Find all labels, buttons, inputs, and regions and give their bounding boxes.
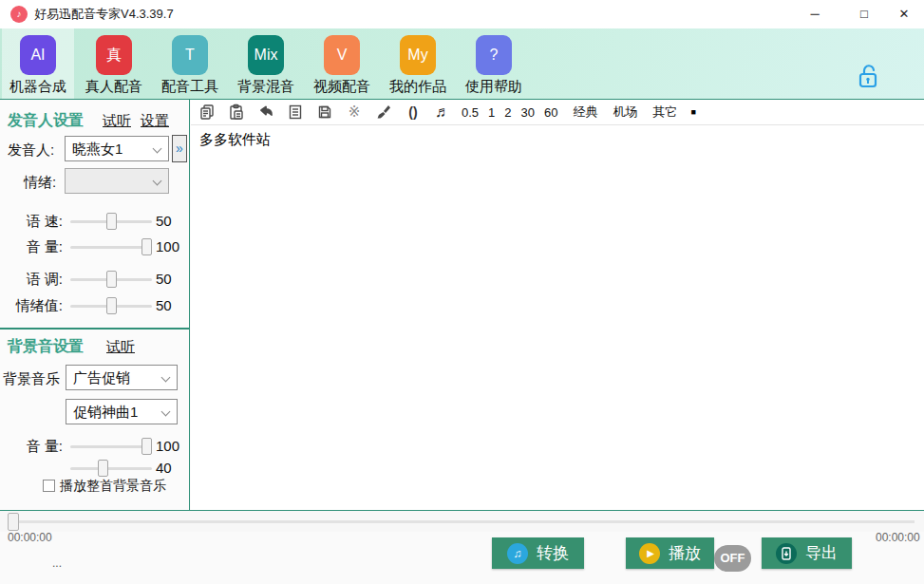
paste-icon[interactable]: [227, 103, 246, 122]
nav-item-machine-synthesis[interactable]: AI 机器合成: [2, 28, 74, 99]
nav-label: 真人配音: [78, 78, 150, 96]
nav-item-my-works[interactable]: My 我的作品: [382, 28, 454, 99]
save-icon[interactable]: [315, 103, 334, 122]
my-works-icon: My: [400, 35, 436, 75]
real-voice-icon: 真: [96, 35, 132, 75]
help-icon: ?: [476, 35, 512, 75]
leaf-decoration: [738, 89, 784, 100]
voice-select[interactable]: 晓燕女1: [65, 136, 169, 161]
bgm-category-select[interactable]: 广告促销: [66, 365, 178, 390]
ai-icon: AI: [20, 35, 56, 75]
undo-icon[interactable]: [256, 103, 275, 122]
pause-option-other[interactable]: 其它: [652, 104, 677, 121]
chevron-down-icon: [161, 373, 171, 383]
nav-label: 我的作品: [382, 78, 454, 96]
pause-option-classic[interactable]: 经典: [573, 104, 597, 121]
bgm-audition-link[interactable]: 试听: [106, 338, 135, 356]
maximize-button[interactable]: □: [845, 0, 883, 28]
emotion-label: 情绪:: [24, 174, 56, 192]
bgm-intro-row: 40: [0, 459, 190, 478]
pause-option-airport[interactable]: 机场: [613, 104, 637, 121]
emotion-value-slider[interactable]: [70, 296, 152, 315]
nav-item-real-voice[interactable]: 真 真人配音: [78, 28, 150, 99]
mix-icon: Mix: [248, 35, 284, 75]
slider-handle[interactable]: [106, 271, 117, 288]
nav-item-dubbing-tools[interactable]: T 配音工具: [154, 28, 226, 99]
account-area: 注册/登录: [824, 63, 912, 100]
speed-row: 语 速: 50: [0, 212, 190, 231]
bgm-intro-slider[interactable]: [70, 459, 152, 478]
slider-track: [70, 246, 152, 249]
convert-music-icon: ♫: [507, 543, 528, 564]
convert-button[interactable]: ♫ 转换: [492, 537, 584, 569]
slider-handle[interactable]: [106, 297, 117, 314]
play-full-bgm-checkbox[interactable]: [43, 480, 55, 492]
chevron-down-icon: [161, 407, 171, 417]
bgm-intro-value: 40: [156, 460, 172, 476]
nav-item-background-mix[interactable]: Mix 背景混音: [230, 28, 302, 99]
voice-settings-link[interactable]: 设置: [141, 112, 169, 130]
stop-marker-icon[interactable]: ■: [690, 107, 695, 117]
pitch-row: 语 调: 50: [0, 270, 190, 289]
pause-option-60[interactable]: 60: [544, 105, 557, 120]
bgm-volume-label: 音 量:: [0, 438, 63, 456]
pause-option-2[interactable]: 2: [504, 105, 511, 120]
voice-label: 发音人:: [8, 141, 54, 160]
status-text: ...: [52, 556, 62, 570]
bgm-category-value: 广告促销: [73, 369, 130, 386]
pause-brackets-icon[interactable]: (): [404, 103, 423, 122]
sparkle-icon[interactable]: ※: [345, 103, 364, 122]
unlock-icon: [856, 63, 880, 91]
pause-option-30[interactable]: 30: [521, 105, 535, 120]
slider-handle[interactable]: [141, 438, 152, 455]
slider-handle[interactable]: [98, 460, 108, 477]
emotion-value-label: 情绪值:: [0, 297, 63, 315]
nav-item-video-dubbing[interactable]: V 视频配音: [306, 28, 378, 99]
pause-option-0-5[interactable]: 0.5: [462, 105, 479, 120]
bgm-volume-value: 100: [156, 438, 179, 454]
play-full-bgm-label: 播放整首背景音乐: [60, 478, 166, 495]
bgm-track-select[interactable]: 促销神曲1: [66, 399, 178, 424]
progress-track[interactable]: [8, 520, 915, 523]
slider-handle[interactable]: [141, 238, 152, 255]
minimize-button[interactable]: ─: [796, 0, 834, 28]
settings-panel: 发音人设置 试听 设置 发音人: 晓燕女1 » 情绪: 语 速: 50 音 量:…: [0, 100, 190, 510]
volume-value: 100: [156, 238, 179, 254]
off-toggle[interactable]: OFF: [714, 545, 751, 572]
voice-expand-button[interactable]: »: [172, 135, 187, 162]
volume-label: 音 量:: [0, 238, 63, 256]
export-button[interactable]: 导出: [762, 537, 852, 569]
clean-brush-icon[interactable]: [374, 103, 393, 122]
speed-value: 50: [156, 213, 172, 229]
voice-select-value: 晓燕女1: [72, 141, 123, 157]
nav-item-help[interactable]: ? 使用帮助: [458, 28, 530, 99]
document-list-icon[interactable]: [286, 103, 305, 122]
app-icon: ♪: [10, 6, 28, 23]
bgm-volume-row: 音 量: 100: [0, 437, 190, 456]
section-divider: [0, 328, 189, 330]
play-button-label: 播放: [669, 542, 701, 564]
volume-slider[interactable]: [70, 237, 152, 256]
pitch-label: 语 调:: [0, 271, 63, 289]
play-icon: ▶: [639, 543, 660, 564]
text-editor[interactable]: 多多软件站: [191, 125, 924, 510]
emotion-select[interactable]: [65, 168, 169, 194]
chevron-down-icon: [153, 144, 162, 154]
pause-option-1[interactable]: 1: [488, 105, 495, 120]
slider-handle[interactable]: [106, 213, 117, 230]
pitch-slider[interactable]: [70, 270, 152, 289]
voice-settings-title: 发音人设置: [8, 111, 84, 131]
bgm-volume-slider[interactable]: [70, 437, 152, 456]
speed-slider[interactable]: [70, 212, 152, 231]
emotion-value-row: 情绪值: 50: [0, 296, 190, 315]
copy-icon[interactable]: [198, 103, 217, 122]
progress-handle[interactable]: [8, 513, 19, 531]
music-notes-icon[interactable]: ♬: [433, 103, 452, 122]
close-button[interactable]: ✕: [885, 0, 923, 28]
volume-row: 音 量: 100: [0, 237, 190, 256]
total-time: 00:00:00: [876, 531, 920, 544]
export-button-label: 导出: [805, 542, 838, 564]
play-button[interactable]: ▶ 播放: [626, 537, 714, 569]
bgm-settings-title: 背景音设置: [8, 337, 84, 357]
voice-audition-link[interactable]: 试听: [103, 112, 131, 130]
